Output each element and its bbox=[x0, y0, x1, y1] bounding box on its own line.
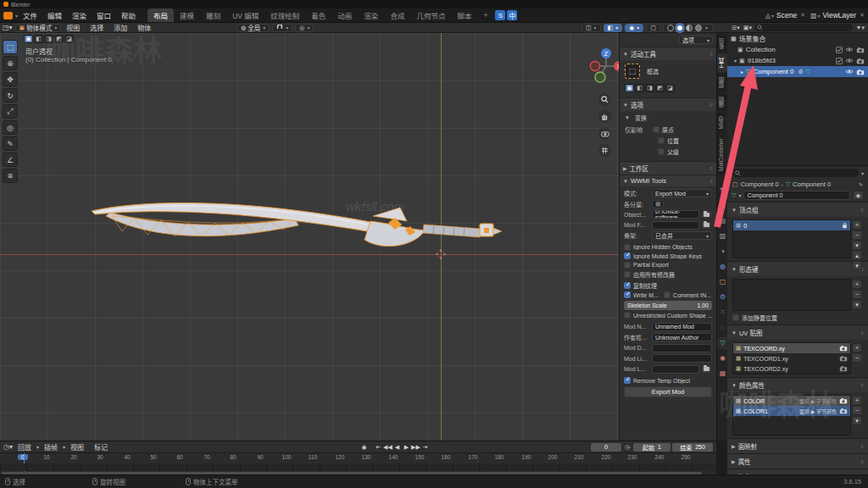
menu-file[interactable]: 文件 bbox=[18, 10, 42, 20]
3d-viewport[interactable]: ▣ ◧ ◨ ◩ ◪ 用户透视 (0) Collection | Componen… bbox=[0, 33, 716, 441]
timeline-menu-marker[interactable]: 标记 bbox=[89, 442, 113, 452]
shading-solid-button[interactable] bbox=[676, 25, 683, 31]
xray-toggle[interactable]: ◧▾ bbox=[604, 24, 623, 32]
export-mod-button[interactable]: Export Mod bbox=[624, 386, 712, 397]
partial-export-checkbox[interactable] bbox=[624, 262, 631, 269]
rotate-tool[interactable]: ↻ bbox=[3, 88, 18, 103]
remove-shape-key-button[interactable]: − bbox=[852, 290, 862, 299]
breadcrumb-object[interactable]: Component 0 bbox=[741, 180, 779, 188]
pan-hand-icon[interactable] bbox=[598, 110, 611, 123]
uv-map-row[interactable]: ▦ TEXCOORD2.xy bbox=[733, 363, 850, 374]
modifier-icon[interactable]: ⚙ bbox=[798, 69, 803, 75]
add-uv-map-button[interactable]: + bbox=[852, 343, 862, 352]
workspace-tab-layout[interactable]: 布局 bbox=[147, 8, 174, 22]
affect-locations-checkbox[interactable] bbox=[658, 137, 665, 144]
timeline-menu-playback[interactable]: 回放 bbox=[13, 442, 36, 452]
remove-vertex-group-button[interactable]: − bbox=[852, 230, 862, 240]
camera-view-icon[interactable] bbox=[598, 127, 611, 140]
panel-shape-keys-header[interactable]: ▼ 形态键≡ bbox=[727, 261, 868, 276]
workspace-tab-animation[interactable]: 动画 bbox=[331, 8, 358, 22]
shading-wireframe-button[interactable] bbox=[667, 25, 674, 31]
npanel-tab-item[interactable]: 条目 bbox=[717, 35, 727, 53]
visibility-dropdown[interactable]: ◫▾ bbox=[581, 24, 601, 32]
author-name-field[interactable]: Unknown Author bbox=[652, 333, 712, 341]
panel-workspace-header[interactable]: ▶ 工作区≡ bbox=[620, 161, 716, 175]
chevron-down-icon[interactable]: ▾ bbox=[861, 170, 864, 176]
hide-eye-icon[interactable] bbox=[845, 47, 854, 53]
wwmi-mode-dropdown[interactable]: Export Mod▾ bbox=[652, 189, 712, 197]
select-mode-extend[interactable]: ◧ bbox=[34, 35, 43, 43]
jump-prev-keyframe-button[interactable]: ◀◀ bbox=[383, 444, 392, 451]
shading-material-button[interactable] bbox=[686, 25, 693, 31]
ignore-hidden-checkbox[interactable] bbox=[624, 244, 631, 251]
render-camera-icon[interactable] bbox=[839, 355, 848, 362]
current-frame-badge[interactable]: 0 bbox=[18, 454, 28, 460]
wwmi-mod-folder-field[interactable] bbox=[652, 221, 699, 230]
panel-options-header[interactable]: ▼ 选项≡ bbox=[620, 97, 716, 111]
shading-rendered-button[interactable] bbox=[695, 25, 702, 31]
select-mode-invert[interactable]: ◩ bbox=[655, 84, 665, 92]
lock-icon[interactable] bbox=[842, 222, 848, 229]
exclude-checkbox-icon[interactable] bbox=[836, 47, 843, 53]
select-mode-intersect[interactable]: ◪ bbox=[64, 35, 74, 43]
mode-selector[interactable]: ▣ 物体模式 ▾ bbox=[15, 24, 62, 32]
workspace-tab-shading[interactable]: 着色 bbox=[305, 8, 331, 22]
move-down-button[interactable]: ▾ bbox=[852, 261, 862, 270]
folder-icon[interactable] bbox=[701, 210, 712, 219]
scale-tool[interactable]: ⤢ bbox=[3, 104, 18, 119]
select-mode-subtract[interactable]: ◨ bbox=[44, 35, 53, 43]
zoom-icon[interactable] bbox=[598, 93, 611, 106]
timeline-ruler[interactable]: 0 10 20 30 40 50 60 70 80 90 100 110 120… bbox=[0, 453, 716, 463]
render-camera-icon[interactable] bbox=[839, 345, 848, 352]
render-camera-icon[interactable] bbox=[839, 397, 848, 404]
panel-uv-maps-header[interactable]: ▼ UV 贴图≡ bbox=[727, 324, 868, 340]
workspace-tab-modeling[interactable]: 建模 bbox=[174, 8, 200, 22]
hide-eye-icon[interactable] bbox=[845, 58, 854, 64]
hide-eye-icon[interactable] bbox=[845, 69, 854, 75]
exclude-checkbox-icon[interactable] bbox=[836, 58, 843, 64]
color-attribute-specials-button[interactable]: ▾ bbox=[852, 416, 862, 425]
unlink-icon[interactable]: ✕ bbox=[800, 12, 805, 19]
menu-view[interactable]: 视图 bbox=[61, 23, 85, 32]
panel-face-maps-header[interactable]: ▶面映射≡ bbox=[727, 438, 868, 453]
scene-selector[interactable]: Scene bbox=[774, 11, 799, 19]
view-layer-selector[interactable]: ViewLayer bbox=[821, 11, 860, 19]
folder-icon[interactable] bbox=[701, 365, 712, 374]
expand-arrow-icon[interactable]: ▸ bbox=[741, 69, 743, 75]
outliner-filter-menu-icon[interactable]: ☰▾ bbox=[732, 25, 740, 31]
shield-icon[interactable]: ◈ bbox=[853, 191, 864, 200]
outliner-display-mode-icon[interactable]: ▣▾ bbox=[743, 25, 752, 31]
frame-end-field[interactable]: 结束250 bbox=[672, 443, 713, 452]
npanel-tab-tool[interactable]: 工具 bbox=[717, 54, 727, 72]
auto-keying-record-button[interactable]: ◉ bbox=[359, 444, 369, 451]
expand-arrow-icon[interactable]: ▾ bbox=[734, 58, 737, 64]
timeline-editor-type-icon[interactable]: ◷▾ bbox=[3, 443, 13, 451]
mod-link-field[interactable] bbox=[652, 354, 712, 363]
cursor-tool[interactable]: ⊕ bbox=[3, 56, 18, 70]
select-mode-set[interactable]: ▣ bbox=[24, 35, 33, 43]
npanel-tab-matcontainer[interactable]: MatContainer bbox=[717, 135, 725, 175]
remove-temp-checkbox[interactable] bbox=[624, 377, 631, 384]
affect-origins-checkbox[interactable] bbox=[653, 126, 659, 133]
jump-to-end-button[interactable]: ⇥ bbox=[420, 444, 430, 451]
uv-map-row[interactable]: ▦ TEXCOORD.xy bbox=[733, 343, 850, 353]
outliner-row-component0[interactable]: ▸ ▽ Component 0 ⚙ ▽ bbox=[727, 66, 868, 77]
panel-active-tool-header[interactable]: ▼ 活动工具≡ bbox=[620, 47, 716, 60]
vertex-group-row[interactable]: ▦ 0 bbox=[733, 220, 850, 230]
box-select-tool-icon[interactable]: ⬚ bbox=[625, 64, 640, 79]
folder-icon[interactable] bbox=[701, 221, 712, 230]
jump-to-start-button[interactable]: ⇤ bbox=[374, 444, 383, 451]
menu-window[interactable]: 窗口 bbox=[92, 10, 116, 20]
wwmi-skeleton-dropdown[interactable]: 已合并▾ bbox=[652, 231, 712, 240]
npanel-tab-view[interactable]: 视图 bbox=[717, 74, 727, 92]
panel-vertex-groups-header[interactable]: ▼ 顶点组≡ bbox=[727, 202, 868, 217]
add-vertex-group-button[interactable]: + bbox=[852, 220, 862, 230]
chevron-down-icon[interactable]: ▾ bbox=[705, 25, 708, 30]
add-workspace-button[interactable]: + bbox=[477, 9, 493, 21]
timeline-track-area[interactable] bbox=[0, 463, 716, 471]
measure-tool[interactable]: ∠ bbox=[3, 152, 18, 167]
select-mode-invert[interactable]: ◩ bbox=[54, 35, 64, 43]
wwmi-object-path-field[interactable]: D:\Office-software... bbox=[652, 210, 699, 219]
mesh-data-icon[interactable]: ▽ bbox=[806, 69, 810, 75]
properties-search-input[interactable] bbox=[732, 169, 859, 177]
